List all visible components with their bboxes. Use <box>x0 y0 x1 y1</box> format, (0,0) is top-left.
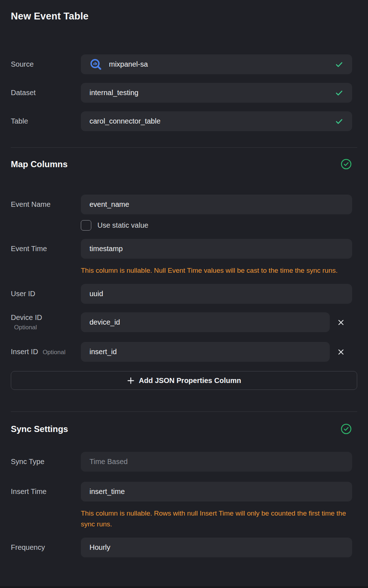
add-json-button-label: Add JSON Properties Column <box>139 377 241 385</box>
source-input[interactable]: mixpanel-sa <box>81 54 352 74</box>
remove-insert-id-button[interactable] <box>330 342 352 362</box>
event-time-label: Event Time <box>11 245 81 253</box>
insert-time-value: insert_time <box>89 487 343 496</box>
table-label: Table <box>11 117 81 125</box>
sync-settings-section-heading: Sync Settings <box>11 423 357 435</box>
section-divider <box>11 147 357 148</box>
device-id-label: Device ID Optional <box>11 313 81 331</box>
frequency-row: Frequency Hourly <box>11 538 357 557</box>
event-name-label: Event Name <box>11 200 81 209</box>
user-id-label: User ID <box>11 290 81 298</box>
table-valid-check-icon <box>335 117 343 126</box>
section-divider <box>11 411 357 412</box>
device-id-value: device_id <box>89 318 321 326</box>
insert-id-input[interactable]: insert_id <box>81 342 330 362</box>
insert-id-row: Insert ID Optional insert_id <box>11 342 357 362</box>
source-label: Source <box>11 60 81 68</box>
event-name-value: event_name <box>89 200 343 209</box>
insert-time-label: Insert Time <box>11 487 81 496</box>
frequency-label: Frequency <box>11 543 81 552</box>
insert-id-value: insert_id <box>89 348 321 356</box>
table-row: Table carol_connector_table <box>11 111 357 131</box>
close-icon <box>337 348 345 356</box>
use-static-value-checkbox[interactable] <box>81 220 91 231</box>
sync-type-label: Sync Type <box>11 458 81 466</box>
insert-id-label-text: Insert ID <box>11 348 38 356</box>
frequency-value: Hourly <box>89 543 343 552</box>
sync-type-row: Sync Type Time Based <box>11 452 357 472</box>
map-columns-heading: Map Columns <box>11 159 67 169</box>
insert-id-label: Insert ID Optional <box>11 348 81 356</box>
source-value: mixpanel-sa <box>109 60 330 68</box>
add-json-properties-column-button[interactable]: Add JSON Properties Column <box>11 371 357 390</box>
sync-type-value: Time Based <box>89 458 343 466</box>
bottom-edge-strip <box>0 586 368 588</box>
dataset-valid-check-icon <box>335 89 343 97</box>
table-input[interactable]: carol_connector_table <box>81 111 352 131</box>
user-id-input[interactable]: uuid <box>81 284 352 304</box>
frequency-input[interactable]: Hourly <box>81 538 352 557</box>
user-id-value: uuid <box>89 290 343 298</box>
insert-time-nullable-warning: This column is nullable. Rows with null … <box>81 508 352 530</box>
device-id-row: Device ID Optional device_id <box>11 312 357 332</box>
sync-type-input[interactable]: Time Based <box>81 452 352 472</box>
plus-icon <box>127 377 135 384</box>
sync-settings-heading: Sync Settings <box>11 424 68 434</box>
new-event-table-form: New Event Table Source mixpanel-sa <box>0 0 368 557</box>
dataset-label: Dataset <box>11 89 81 97</box>
page-title: New Event Table <box>11 11 357 22</box>
event-name-row: Event Name event_name <box>11 195 357 214</box>
map-columns-complete-icon <box>341 159 352 170</box>
table-value: carol_connector_table <box>89 117 330 125</box>
insert-id-optional-tag: Optional <box>43 349 65 356</box>
insert-time-row: Insert Time insert_time <box>11 482 357 502</box>
use-static-value-row: Use static value <box>81 220 357 231</box>
bigquery-source-icon <box>89 58 102 71</box>
event-time-value: timestamp <box>89 245 343 253</box>
event-time-input[interactable]: timestamp <box>81 239 352 259</box>
event-time-nullable-warning: This column is nullable. Null Event Time… <box>81 265 352 276</box>
dataset-input[interactable]: internal_testing <box>81 83 352 103</box>
close-icon <box>337 318 345 326</box>
source-row: Source mixpanel-sa <box>11 54 357 74</box>
device-id-optional-tag: Optional <box>11 324 81 331</box>
device-id-label-text: Device ID <box>11 313 42 321</box>
event-name-input[interactable]: event_name <box>81 195 352 214</box>
use-static-value-label: Use static value <box>97 221 148 230</box>
dataset-row: Dataset internal_testing <box>11 83 357 103</box>
map-columns-section-heading: Map Columns <box>11 159 357 170</box>
device-id-input[interactable]: device_id <box>81 312 330 332</box>
insert-time-input[interactable]: insert_time <box>81 482 352 502</box>
remove-device-id-button[interactable] <box>330 312 352 332</box>
user-id-row: User ID uuid <box>11 284 357 304</box>
sync-settings-complete-icon <box>341 423 352 435</box>
source-valid-check-icon <box>335 60 343 69</box>
dataset-value: internal_testing <box>89 89 330 97</box>
event-time-row: Event Time timestamp <box>11 239 357 259</box>
